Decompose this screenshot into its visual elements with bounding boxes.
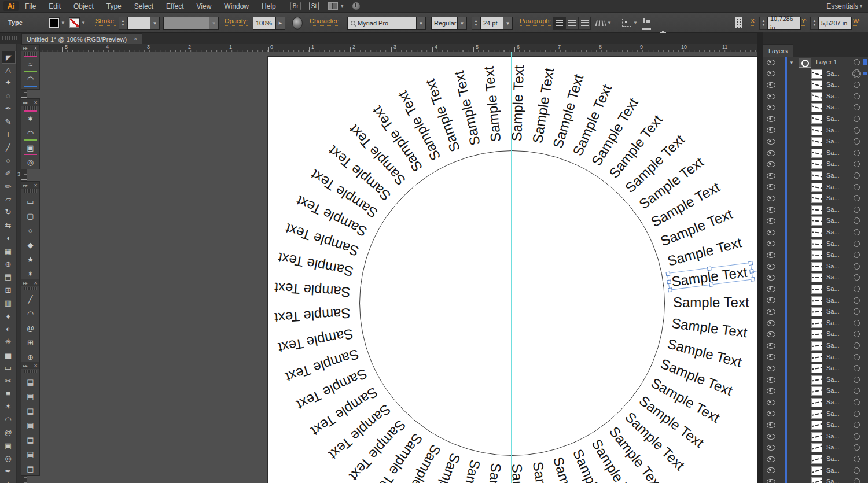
layer-name[interactable]: Sa...	[826, 308, 840, 315]
layer-row[interactable]: Sa...	[763, 102, 868, 114]
layer-name[interactable]: Sa...	[826, 93, 840, 99]
eye-icon[interactable]	[767, 411, 775, 416]
layer-name[interactable]: Sa...	[826, 330, 840, 337]
brush-definition-dropdown[interactable]: ▼	[209, 17, 219, 30]
close-icon[interactable]: ✕	[34, 46, 38, 51]
collapse-icon[interactable]: ▸▸	[23, 281, 28, 286]
symbol-tool[interactable]: ✶	[2, 401, 14, 412]
layer-thumbnail[interactable]	[811, 183, 822, 192]
layer-thumbnail[interactable]	[811, 319, 822, 328]
close-icon[interactable]: ✕	[34, 363, 38, 368]
mesh-tool[interactable]: ⊞	[2, 284, 14, 296]
eye-icon[interactable]	[767, 116, 775, 122]
graph-tool[interactable]: ▤	[24, 434, 37, 445]
stroke-weight-stepper[interactable]: ▲▼	[119, 17, 127, 30]
layer-name[interactable]: Sa...	[826, 172, 840, 179]
align-right-button[interactable]	[578, 17, 591, 30]
y-stepper[interactable]: ▲▼	[810, 17, 819, 30]
app-logo-icon[interactable]: Ai	[3, 1, 19, 11]
layer-thumbnail[interactable]	[811, 285, 822, 294]
eye-icon[interactable]	[767, 309, 775, 315]
align-left-button[interactable]	[553, 17, 565, 30]
visibility-cell[interactable]	[763, 193, 779, 204]
visibility-cell[interactable]	[763, 91, 779, 102]
layer-row[interactable]: Sa...	[763, 465, 868, 477]
layer-thumbnail[interactable]	[811, 353, 822, 362]
line-segment-tool[interactable]: ╱	[2, 142, 14, 153]
layer-thumbnail[interactable]	[811, 273, 822, 282]
layer-thumbnail[interactable]	[811, 171, 822, 180]
collapse-icon[interactable]: ▸▸	[23, 363, 28, 368]
layer-row[interactable]: Sa...	[763, 79, 868, 91]
visibility-cell[interactable]	[763, 374, 779, 386]
target-circle[interactable]	[854, 467, 860, 474]
graph-tool[interactable]: ▤	[24, 448, 37, 460]
column-graph-tool[interactable]: ▅	[2, 349, 14, 360]
eye-icon[interactable]	[767, 331, 775, 337]
brush-definition-field[interactable]	[163, 17, 214, 30]
layer-row[interactable]: Sa...	[763, 283, 868, 296]
collapse-icon[interactable]: ▸▸	[23, 183, 28, 188]
gradient-tool[interactable]: ▥	[2, 297, 14, 309]
character-panel-link[interactable]: Character:	[310, 17, 339, 26]
eye-icon[interactable]	[767, 82, 775, 88]
target-circle[interactable]	[854, 252, 860, 258]
visibility-cell[interactable]	[763, 385, 779, 397]
layer-row[interactable]: Sa...	[763, 68, 868, 80]
visibility-cell[interactable]	[763, 352, 779, 363]
layer-row[interactable]: Sa...	[763, 204, 868, 216]
star-tool[interactable]: ★	[2, 478, 14, 483]
target-circle[interactable]	[854, 308, 860, 315]
palette-grip[interactable]	[24, 189, 37, 193]
move-tool[interactable]: ▣	[2, 440, 14, 451]
selection-handle[interactable]	[667, 279, 671, 284]
sample-text-object[interactable]: Sample Text	[673, 296, 749, 309]
visibility-cell[interactable]	[763, 476, 779, 483]
polar-grid-tool[interactable]: ⊕	[24, 351, 37, 363]
visibility-cell[interactable]	[763, 170, 779, 182]
target-circle[interactable]	[854, 59, 860, 65]
target-circle[interactable]	[854, 82, 860, 88]
layer-name[interactable]: Sa...	[826, 206, 840, 213]
rectangular-grid-tool[interactable]: ⊞	[24, 337, 37, 348]
target-circle[interactable]	[854, 161, 860, 167]
layer-name[interactable]: Sa...	[826, 149, 840, 156]
visibility-cell[interactable]	[763, 227, 779, 238]
eye-icon[interactable]	[767, 218, 775, 224]
eye-icon[interactable]	[767, 434, 775, 440]
horizontal-guide[interactable]	[27, 303, 757, 303]
target-circle[interactable]	[854, 444, 860, 451]
layer-row[interactable]: Sa...	[763, 227, 868, 239]
eye-icon[interactable]	[767, 400, 775, 405]
close-icon[interactable]: ✕	[34, 183, 38, 188]
eye-icon[interactable]	[767, 479, 775, 483]
target-circle[interactable]	[854, 116, 860, 122]
visibility-cell[interactable]	[763, 102, 779, 113]
layer-name[interactable]: Sa...	[826, 297, 840, 304]
layer-row[interactable]: Sa...	[763, 431, 868, 443]
layer-name[interactable]: Sa...	[826, 399, 840, 405]
eye-icon[interactable]	[767, 230, 775, 235]
target-circle[interactable]	[854, 342, 860, 349]
layer-name[interactable]: Sa...	[826, 115, 840, 122]
layer-name[interactable]: Sa...	[826, 319, 840, 326]
layer-thumbnail[interactable]	[811, 386, 822, 396]
envelope-warp-button[interactable]: ▼	[596, 17, 612, 28]
layer-row[interactable]: Sa...	[763, 419, 868, 432]
eye-icon[interactable]	[767, 320, 775, 326]
layer-name[interactable]: Sa...	[826, 81, 840, 88]
visibility-cell[interactable]	[763, 204, 779, 216]
direct-selection-tool[interactable]: △	[2, 64, 14, 75]
line-tool[interactable]: ╱	[24, 293, 37, 305]
curvature-tool[interactable]: ✎	[2, 116, 14, 127]
zoom-rotate-tool[interactable]: ◎	[24, 156, 37, 168]
layer-thumbnail[interactable]	[811, 421, 822, 430]
x-position-label[interactable]: X:	[751, 17, 756, 26]
arc-tool[interactable]: ◠	[24, 308, 37, 319]
layer-thumbnail[interactable]	[811, 126, 822, 135]
target-circle[interactable]	[854, 388, 860, 394]
palette-grip[interactable]	[24, 287, 37, 290]
eye-icon[interactable]	[767, 105, 775, 110]
layer-thumbnail[interactable]	[811, 92, 822, 101]
graph-tool[interactable]: ▤	[24, 376, 37, 388]
